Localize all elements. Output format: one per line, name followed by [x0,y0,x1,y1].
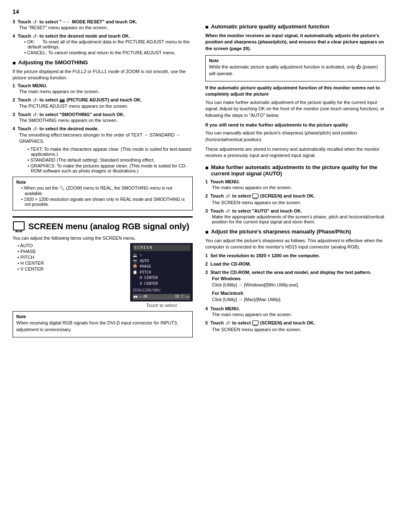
screen-list: AUTO PHASE PITCH H CENTER V CENTER [13,243,125,308]
step-4-ok: OK: To reset all of the adjustment data … [24,39,193,49]
phase-step-3-header: 3 Start the CD-ROM, select the area and … [205,270,385,275]
smoothing-step-2: 2 Touch ↓/↑ to select 📷 (PICTURE ADJUST)… [13,97,193,109]
auto-step-1-body: The main menu appears on the screen. [212,185,385,190]
phase-step-2-header: 2 Load the CD-ROM. [205,261,385,266]
page-container: 14 3 Touch ↓/↑ to select "→← MODE RESET"… [13,8,385,341]
auto-picture-note-body: While the automatic picture quality adju… [209,64,382,77]
auto-step-2-header: 2 Touch ↓/↑ to select (SCREEN) and touch… [205,193,385,199]
touch-to-select-label: Touch to select [130,303,193,308]
phase-step-1-header: 1 Set the resolution to 1920 × 1200 on t… [205,253,385,258]
smoothing-note-2: 1920 × 1200 resolution signals are shown… [21,197,189,207]
standard-bullet: STANDARD (The default setting): Standard… [28,157,193,162]
text-bullet: TEXT: To make the characters appear clea… [28,147,193,157]
smoothing-note-title: Note [16,180,189,185]
smoothing-note: Note When you set the 🔍 (ZOOM) menu to R… [13,177,193,210]
auto-sub-title-2: If you still need to make further adjust… [205,122,385,128]
auto-step-3-body: Make the appropriate adjustments of the … [212,214,385,224]
smoothing-step-2-body: The PICTURE ADJUST menu appears on the s… [19,104,193,109]
screen-menu-intro: You can adjust the following items using… [13,235,193,241]
phase-step-5-header: 5 Touch ↓/↑ to select (SCREEN) and touch… [205,320,385,326]
smoothing-step-2-header: 2 Touch ↓/↑ to select 📷 (PICTURE ADJUST)… [13,97,193,103]
screen-note-body: When receiving digital RGB signals from … [16,320,189,333]
phase-step-5-body: The SCREEN menu appears on the screen. [212,327,385,332]
auto-step-3-header: 3 Touch ↓/↑ to select "AUTO" and touch O… [205,208,385,213]
smoothing-step-3-body: The SMOOTHING menu appears on the screen… [19,118,193,123]
screen-menu-divider [13,216,193,218]
right-column: Automatic picture quality adjustment fun… [205,19,385,341]
auto-sub-body-1: You can make further automatic adjustmen… [205,99,385,119]
screen-image-display: SCREEN 💻 📷 📦 📋 ↑ AUTO PHAS [130,243,193,302]
svg-rect-0 [13,222,24,230]
phase-step-3: 3 Start the CD-ROM, select the area and … [205,270,385,303]
phase-step-4-header: 4 Touch MENU. [205,306,385,311]
smoothing-step-3: 3 Touch ↓/↑ to select "SMOOTHING" and to… [13,112,193,123]
auto-step-3: 3 Touch ↓/↑ to select "AUTO" and touch O… [205,208,385,224]
auto-step-1: 1 Touch MENU. The main menu appears on t… [205,179,385,190]
phase-step-4: 4 Touch MENU. The main menu appears on t… [205,306,385,317]
auto-step-2-body: The SCREEN menu appears on the screen. [212,200,385,205]
auto-step-2: 2 Touch ↓/↑ to select (SCREEN) and touch… [205,193,385,205]
screen-icon-step5 [252,320,259,326]
auto-section-title: Make further automatic adjustments to th… [205,164,385,177]
smoothing-step-4-header: 4 Touch ↓/↑ to select the desired mode. [13,126,193,131]
smoothing-step-1-header: 1 Touch MENU. [13,83,193,88]
auto-picture-intro: When the monitor receives an input signa… [205,33,385,52]
svg-rect-8 [252,321,258,325]
auto-picture-note-title: Note [209,58,382,63]
smoothing-step-1-body: The main menu appears on the screen. [19,89,193,94]
phase-pitch-intro: You can adjust the picture's sharpness a… [205,238,385,251]
screen-section: AUTO PHASE PITCH H CENTER V CENTER SCREE… [13,243,193,308]
auto-step-1-header: 1 Touch MENU. [205,179,385,184]
smoothing-section-title: Adjusting the SMOOTHING [13,59,193,66]
phase-pitch-title: Adjust the picture's sharpness manually … [205,228,385,235]
screen-note: Note When receiving digital RGB signals … [13,311,193,337]
smoothing-step-4: 4 Touch ↓/↑ to select the desired mode. … [13,126,193,173]
smoothing-step-1: 1 Touch MENU. The main menu appears on t… [13,83,193,94]
screen-auto: AUTO [18,243,125,248]
phase-step-2: 2 Load the CD-ROM. [205,261,385,266]
phase-step-3-platforms: For Windows Click [Utility] → [Windows]/… [212,276,385,303]
screen-image-container: SCREEN 💻 📷 📦 📋 ↑ AUTO PHAS [130,243,193,308]
screen-vcenter: V CENTER [18,266,125,271]
graphics-bullet: GRAPHICS: To make the pictures appear cl… [28,163,193,173]
step-3-header: 3 Touch ↓/↑ to select "→← MODE RESET" an… [13,19,193,24]
phase-step-5: 5 Touch ↓/↑ to select (SCREEN) and touch… [205,320,385,332]
smoothing-note-1: When you set the 🔍 (ZOOM) menu to REAL, … [21,185,189,196]
screen-icon-step2 [252,193,259,199]
screen-menu-icon [13,221,25,233]
page-number: 14 [13,8,385,15]
step-4-header: 4 Touch ↓/↑ to select the desired mode a… [13,33,193,38]
smoothing-intro: If the picture displayed at the FULL2 or… [13,68,193,81]
svg-rect-4 [252,194,258,198]
step-4-bullets: OK: To reset all of the adjustment data … [19,39,193,55]
screen-phase: PHASE [18,249,125,254]
smoothing-step-3-header: 3 Touch ↓/↑ to select "SMOOTHING" and to… [13,112,193,117]
auto-sub-body-2: You can manually adjust the picture's sh… [205,130,385,143]
step-3-body: The "RESET" menu appears on the screen. [19,25,193,30]
screen-note-title: Note [16,314,189,319]
phase-step-4-body: The main menu appears on the screen. [212,312,385,317]
auto-picture-note: Note While the automatic picture quality… [205,55,385,81]
smoothing-step-4-body: The smoothing effect becomes stronger in… [19,132,193,173]
step-4-cancel: CANCEL: To cancel resetting and return t… [24,50,193,55]
left-column: 3 Touch ↓/↑ to select "→← MODE RESET" an… [13,19,193,341]
auto-sub-title-1: If the automatic picture quality adjustm… [205,85,385,98]
screen-pitch: PITCH [18,255,125,260]
auto-picture-title: Automatic picture quality adjustment fun… [205,23,385,30]
memory-text: These adjustments are stored in memory a… [205,146,385,159]
page-layout: 3 Touch ↓/↑ to select "→← MODE RESET" an… [13,19,385,341]
screen-hcenter: H CENTER [18,261,125,266]
step-3-reset: 3 Touch ↓/↑ to select "→← MODE RESET" an… [13,19,193,30]
screen-menu-text: SCREEN menu (analog RGB signal only) [28,222,189,231]
screen-menu-title: SCREEN menu (analog RGB signal only) [13,221,193,233]
step-4-mode: 4 Touch ↓/↑ to select the desired mode a… [13,33,193,55]
phase-step-1: 1 Set the resolution to 1920 × 1200 on t… [205,253,385,258]
